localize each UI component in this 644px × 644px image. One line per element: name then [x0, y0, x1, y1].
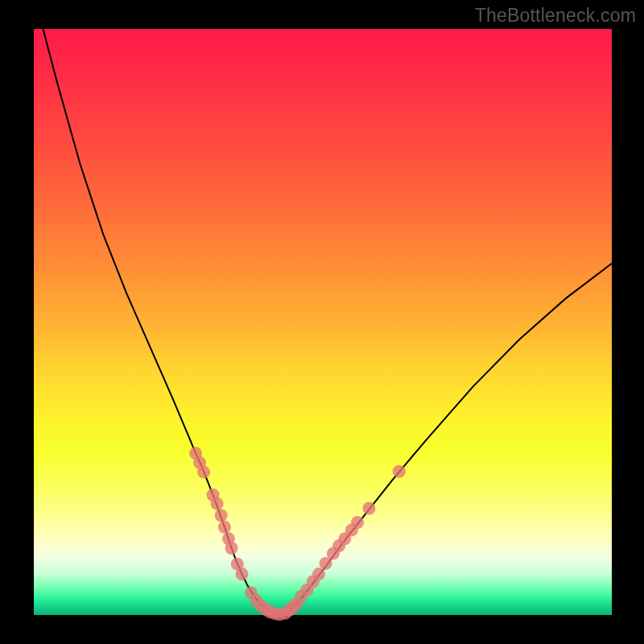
data-marker	[351, 516, 364, 529]
data-markers	[189, 447, 406, 621]
data-marker	[312, 568, 325, 580]
data-marker	[218, 521, 231, 534]
bottleneck-curve	[43, 29, 612, 614]
data-marker	[215, 509, 228, 522]
plot-area	[34, 29, 612, 615]
data-marker	[235, 568, 248, 580]
data-marker	[211, 497, 224, 510]
curve-layer	[34, 29, 612, 615]
data-marker	[393, 465, 406, 478]
watermark-text: TheBottleneck.com	[475, 5, 636, 27]
data-marker	[225, 542, 238, 555]
data-marker	[362, 502, 375, 515]
data-marker	[197, 465, 210, 478]
chart-stage: TheBottleneck.com	[0, 0, 644, 644]
